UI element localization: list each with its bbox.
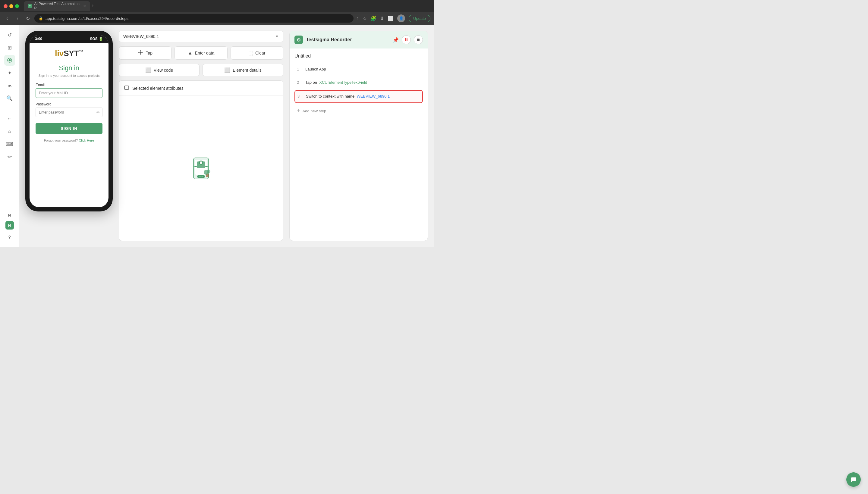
svg-point-13: [207, 170, 210, 173]
password-toggle-icon[interactable]: 👁: [96, 110, 100, 115]
reload-button[interactable]: ↻: [24, 16, 31, 21]
share-icon[interactable]: ↑: [356, 16, 359, 21]
download-icon[interactable]: ⬇: [380, 16, 384, 21]
update-button[interactable]: Update: [409, 15, 430, 22]
browser-chrome: T AI Powered Test Automation P... ✕ + ⋮: [0, 0, 434, 12]
stop-button[interactable]: [414, 35, 423, 44]
phone-mockup: 3:00 SOS 🔋 livSYT™ Sign in Sign in to yo…: [25, 31, 113, 211]
forward-navigation-button[interactable]: ›: [14, 16, 21, 21]
step-text-1: Launch App: [305, 66, 326, 72]
back-navigation-button[interactable]: ‹: [4, 16, 11, 21]
clear-label: Clear: [255, 51, 265, 55]
tap-icon: [138, 50, 143, 56]
email-input[interactable]: [36, 88, 103, 98]
step-text-2: Tap on XCUIElementTypeTextField: [305, 80, 367, 85]
active-tab[interactable]: T AI Powered Test Automation P... ✕: [24, 1, 90, 11]
signin-title: Sign in: [59, 64, 79, 72]
step-number-3: 3: [297, 94, 302, 98]
recorder-title-area: ⚙ Testsigma Recorder: [294, 36, 352, 44]
webview-value: WEBVIEW_6890.1: [123, 34, 159, 39]
clear-button[interactable]: ⬚ Clear: [230, 46, 283, 60]
forgot-link[interactable]: Click Here: [79, 138, 94, 142]
traffic-lights: [4, 4, 19, 8]
help-icon[interactable]: ?: [4, 231, 15, 242]
profile-avatar[interactable]: 👤: [397, 15, 405, 22]
maximize-window-button[interactable]: [15, 4, 19, 8]
element-attr-header: Selected element attributes: [119, 81, 283, 96]
clear-icon: ⬚: [248, 50, 253, 56]
address-bar[interactable]: 🔒 app.testsigma.com/ui/td/cases/294/reco…: [34, 14, 353, 23]
sidebar-icon-search[interactable]: 🔍: [4, 93, 15, 103]
sidebar-icon-dashboard[interactable]: ⊞: [4, 42, 15, 53]
element-attr-header-icon: [124, 85, 129, 91]
app-logo: livSYT™: [55, 49, 83, 58]
sidebar-icon-home[interactable]: ⌂: [4, 126, 15, 137]
robot-svg: START: [184, 152, 218, 185]
pause-button[interactable]: [402, 35, 411, 44]
minimize-window-button[interactable]: [10, 4, 13, 8]
element-details-button[interactable]: ⬜ Element details: [203, 64, 283, 76]
lock-icon: 🔒: [39, 16, 43, 20]
main-layout: ↺ ⊞ ✦ 🔍 ← ⌂ ⌨ ✏ N H ?: [0, 25, 434, 247]
step-3-link[interactable]: WEBVIEW_6890.1: [356, 94, 390, 98]
sidebar-icon-gesture[interactable]: ✦: [4, 68, 15, 78]
url-text: app.testsigma.com/ui/td/cases/294/record…: [45, 16, 128, 21]
middle-panel: WEBVIEW_6890.1 ▼ Tap ▲ Enter data: [119, 31, 283, 241]
sidebar-icon-keyboard[interactable]: ⌨: [4, 138, 15, 149]
add-new-step-button[interactable]: + Add new step: [294, 105, 423, 117]
sidebar-icon-record[interactable]: [4, 55, 15, 66]
add-step-label: Add new step: [302, 109, 327, 113]
n-badge[interactable]: N: [5, 211, 14, 219]
signin-button[interactable]: SIGN IN: [36, 123, 103, 134]
forgot-password-text: Forgot your password? Click Here: [44, 138, 94, 142]
extensions-icon[interactable]: 🧩: [370, 16, 376, 21]
tab-favicon-icon: T: [28, 4, 32, 8]
phone-status-right: SOS 🔋: [90, 37, 103, 41]
step-item-1[interactable]: 1 Launch App: [294, 63, 423, 75]
password-label: Password: [36, 102, 103, 106]
step-number-1: 1: [297, 66, 302, 71]
sidebar-toggle-icon[interactable]: ⬜: [388, 16, 394, 21]
email-label: Email: [36, 83, 103, 87]
view-code-button[interactable]: ⬜ View code: [119, 64, 200, 76]
new-tab-button[interactable]: +: [91, 3, 95, 10]
content-area: 3:00 SOS 🔋 livSYT™ Sign in Sign in to yo…: [19, 25, 434, 247]
svg-text:START: START: [199, 176, 203, 177]
element-attributes-card: Selected element attributes: [119, 80, 283, 241]
pin-icon[interactable]: 📌: [393, 37, 399, 43]
sidebar-icon-antenna[interactable]: [4, 80, 15, 91]
tab-close-button[interactable]: ✕: [83, 4, 86, 8]
recorder-header: ⚙ Testsigma Recorder 📌: [290, 31, 428, 49]
element-details-icon: ⬜: [224, 67, 230, 73]
view-code-icon: ⬜: [145, 67, 151, 73]
enter-data-button[interactable]: ▲ Enter data: [174, 46, 227, 60]
tab-bar: T AI Powered Test Automation P... ✕ +: [24, 1, 423, 11]
svg-rect-3: [125, 86, 129, 90]
logo-liv: liv: [55, 49, 63, 58]
sidebar-icon-back[interactable]: ←: [4, 113, 15, 124]
recorder-subtitle: Untitled: [294, 53, 423, 59]
password-input[interactable]: [36, 108, 103, 117]
sidebar-icon-pen[interactable]: ✏: [4, 151, 15, 162]
svg-rect-16: [405, 38, 406, 41]
signin-subtitle: Sign in to your account to access projec…: [39, 74, 100, 77]
webview-selector[interactable]: WEBVIEW_6890.1 ▼: [119, 31, 283, 42]
logo-syt: SYT: [63, 49, 79, 58]
address-bar-row: ‹ › ↻ 🔒 app.testsigma.com/ui/td/cases/29…: [0, 12, 434, 25]
action-buttons-row: Tap ▲ Enter data ⬚ Clear: [119, 46, 283, 60]
h-badge[interactable]: H: [5, 221, 14, 230]
tap-button[interactable]: Tap: [119, 46, 171, 60]
step-item-2[interactable]: 2 Tap on XCUIElementTypeTextField: [294, 77, 423, 88]
sidebar-bottom: N H ?: [4, 211, 15, 242]
chevron-down-icon: ▼: [275, 34, 279, 39]
sidebar-icon-refresh[interactable]: ↺: [4, 30, 15, 40]
browser-menu-icon[interactable]: ⋮: [426, 3, 430, 9]
recorder-body: Untitled 1 Launch App 2 Tap on XCUIEleme…: [290, 49, 428, 241]
bookmark-icon[interactable]: ☆: [363, 16, 367, 21]
secondary-action-buttons: ⬜ View code ⬜ Element details: [119, 64, 283, 76]
add-step-plus-icon: +: [297, 108, 300, 114]
step-item-3[interactable]: 3 Switch to context with name WEBVIEW_68…: [294, 90, 423, 103]
step-2-link[interactable]: XCUIElementTypeTextField: [319, 80, 367, 84]
view-code-label: View code: [154, 68, 173, 73]
close-window-button[interactable]: [4, 4, 7, 8]
